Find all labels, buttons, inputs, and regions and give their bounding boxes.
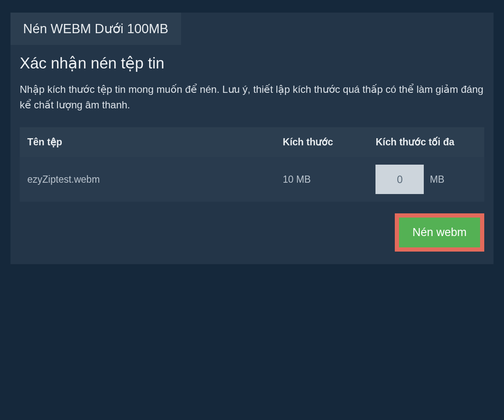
header-maxsize: Kích thước tối đa (368, 127, 484, 157)
compress-button-highlight: Nén webm (395, 213, 484, 252)
maxsize-input[interactable] (375, 165, 424, 194)
header-filename: Tên tệp (20, 127, 275, 157)
cell-size: 10 MB (275, 157, 368, 202)
page-description: Nhập kích thước tệp tin mong muốn để nén… (20, 81, 484, 113)
compress-button[interactable]: Nén webm (399, 218, 480, 247)
cell-maxsize: MB (368, 157, 484, 202)
table-header: Tên tệp Kích thước Kích thước tối đa (20, 127, 484, 157)
tab-container: Nén WEBM Dưới 100MB (10, 13, 494, 45)
tab-compress-webm[interactable]: Nén WEBM Dưới 100MB (10, 13, 181, 45)
button-row: Nén webm (20, 213, 484, 252)
tab-label: Nén WEBM Dưới 100MB (23, 21, 168, 36)
size-input-wrapper: MB (375, 165, 477, 194)
content-area: Xác nhận nén tệp tin Nhập kích thước tệp… (10, 45, 494, 264)
size-unit-label: MB (430, 174, 444, 185)
cell-filename: ezyZiptest.webm (20, 157, 275, 202)
compression-panel: Nén WEBM Dưới 100MB Xác nhận nén tệp tin… (10, 13, 494, 264)
table-row: ezyZiptest.webm 10 MB MB (20, 157, 484, 202)
page-heading: Xác nhận nén tệp tin (20, 54, 484, 72)
header-size: Kích thước (275, 127, 368, 157)
file-table: Tên tệp Kích thước Kích thước tối đa ezy… (20, 127, 484, 202)
